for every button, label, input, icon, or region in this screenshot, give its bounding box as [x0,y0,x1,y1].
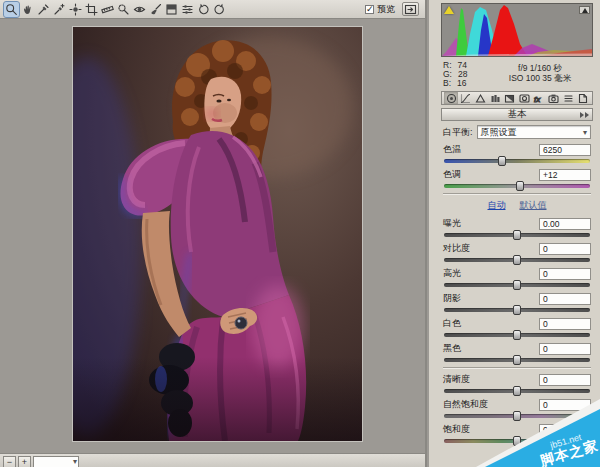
shadow-clipping-warning-icon[interactable] [444,6,454,14]
white-balance-label: 白平衡: [443,126,473,139]
tab-split-toning[interactable] [503,92,517,104]
slider-row-contrast: 对比度 0 [443,242,591,262]
exposure-info: f/9 1/160 秒 [489,63,591,73]
targeted-adjustment-tool-icon[interactable] [68,2,83,17]
red-eye-tool-icon[interactable] [132,2,147,17]
contrast-slider[interactable] [444,258,590,262]
zoom-level-select[interactable] [33,456,79,467]
slider-thumb[interactable] [513,255,521,265]
chevron-down-icon: ▾ [583,128,587,137]
slider-row-vibrance: 自然饱和度 0 [443,398,591,418]
white-balance-value: 原照设置 [481,126,517,139]
divider [443,193,591,195]
color-sampler-tool-icon[interactable] [52,2,67,17]
slider-thumb[interactable] [513,305,521,315]
exposure-slider[interactable] [444,233,590,237]
temperature-label: 色温 [443,143,461,156]
graduated-filter-tool-icon[interactable] [164,2,179,17]
shadows-value-input[interactable]: 0 [539,293,591,305]
slider-row-temperature: 色温 6250 [443,143,591,163]
slider-thumb[interactable] [513,386,521,396]
toolbar: ✓ 预览 [0,0,425,19]
blacks-label: 黑色 [443,342,461,355]
tab-camera-calibration[interactable] [546,92,560,104]
preview-image[interactable] [73,27,362,441]
temperature-value-input[interactable]: 6250 [539,144,591,156]
clarity-label: 清晰度 [443,373,470,386]
vibrance-label: 自然饱和度 [443,398,488,411]
rotate-right-icon[interactable] [212,2,227,17]
slider-thumb[interactable] [513,355,521,365]
basic-panel-body: 白平衡: 原照设置 ▾ 色温 6250 色调 +12 [443,125,591,443]
contrast-value-input[interactable]: 0 [539,243,591,255]
saturation-label: 饱和度 [443,423,470,436]
panel-tabs: fx [441,91,593,105]
section-title: 基本 [508,108,527,121]
preview-checkbox[interactable]: ✓ [365,5,374,14]
preview-toggle[interactable]: ✓ 预览 [365,3,395,16]
highlights-value-input[interactable]: 0 [539,268,591,280]
clarity-value-input[interactable]: 0 [539,374,591,386]
tab-effects[interactable]: fx [532,92,546,104]
slider-thumb[interactable] [513,411,521,421]
tint-value-input[interactable]: +12 [539,169,591,181]
section-header-basic: 基本 [441,108,593,121]
fullscreen-toggle-icon[interactable] [402,2,419,16]
tint-label: 色调 [443,168,461,181]
default-link[interactable]: 默认值 [520,199,547,212]
slider-row-blacks: 黑色 0 [443,342,591,362]
highlight-clipping-icon[interactable] [579,6,590,14]
tab-detail[interactable] [473,92,487,104]
clarity-slider[interactable] [444,389,590,393]
hand-tool-icon[interactable] [20,2,35,17]
slider-thumb[interactable] [516,181,524,191]
zoom-out-button[interactable]: − [3,456,16,467]
crop-tool-icon[interactable] [84,2,99,17]
tab-basic[interactable] [444,92,458,104]
slider-thumb[interactable] [513,330,521,340]
rgb-readout: R:74 G:28 B:16 [443,61,489,88]
tab-presets[interactable] [561,92,575,104]
rotate-left-icon[interactable] [196,2,211,17]
image-info: R:74 G:28 B:16 f/9 1/160 秒 ISO 100 35 毫米 [441,60,593,89]
slider-row-tint: 色调 +12 [443,168,591,188]
adjustment-brush-tool-icon[interactable] [148,2,163,17]
whites-value-input[interactable]: 0 [539,318,591,330]
shadows-slider[interactable] [444,308,590,312]
contrast-label: 对比度 [443,242,470,255]
zoom-tool-icon[interactable] [4,2,19,17]
tab-tone-curve[interactable] [459,92,473,104]
shadows-label: 阴影 [443,292,461,305]
slider-thumb[interactable] [513,280,521,290]
exposure-value-input[interactable]: 0.00 [539,218,591,230]
temperature-slider[interactable] [444,159,590,163]
white-balance-select[interactable]: 原照设置 ▾ [477,125,591,139]
portrait-photo [73,27,362,441]
spot-removal-tool-icon[interactable] [116,2,131,17]
slider-row-clarity: 清晰度 0 [443,373,591,393]
blacks-value-input[interactable]: 0 [539,343,591,355]
tab-lens-corrections[interactable] [517,92,531,104]
slider-row-whites: 白色 0 [443,317,591,337]
auto-link[interactable]: 自动 [488,199,506,212]
blacks-slider[interactable] [444,358,590,362]
histogram-plot [442,4,592,56]
panel-collapse-icon[interactable] [580,112,589,118]
whites-slider[interactable] [444,333,590,337]
tab-hsl-grayscale[interactable] [488,92,502,104]
highlights-slider[interactable] [444,283,590,287]
slider-thumb[interactable] [498,156,506,166]
tint-slider[interactable] [444,184,590,188]
preview-label: 预览 [377,3,395,16]
white-balance-tool-icon[interactable] [36,2,51,17]
slider-row-shadows: 阴影 0 [443,292,591,312]
zoom-in-button[interactable]: + [18,456,31,467]
tab-snapshots[interactable] [576,92,590,104]
preview-pane: ✓ 预览 [0,0,427,467]
zoom-bar: − + [0,453,425,467]
preferences-icon[interactable] [180,2,195,17]
straighten-tool-icon[interactable] [100,2,115,17]
image-canvas[interactable] [0,19,425,453]
slider-thumb[interactable] [513,230,521,240]
exif-readout: f/9 1/160 秒 ISO 100 35 毫米 [489,61,591,88]
